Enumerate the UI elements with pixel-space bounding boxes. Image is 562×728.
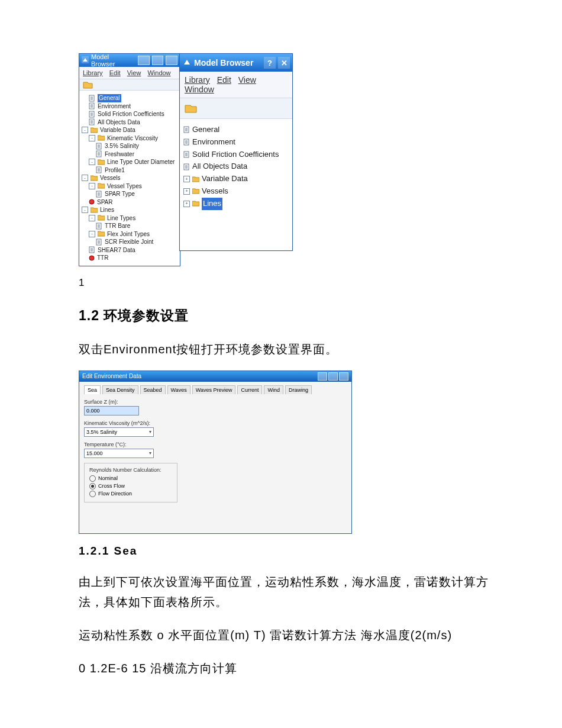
menu-library[interactable]: Library (185, 75, 210, 85)
tree-item[interactable]: SPAR (82, 198, 177, 207)
expand-toggle[interactable]: - (89, 215, 95, 221)
tree-view[interactable]: GeneralEnvironmentSolid Friction Coeffic… (180, 119, 292, 215)
tab-waves[interactable]: Waves (167, 385, 190, 394)
tree-item[interactable]: All Objects Data (82, 118, 177, 127)
tree-item[interactable]: Freshwater (82, 150, 177, 159)
chevron-down-icon: ▾ (149, 429, 151, 434)
tree-item[interactable]: SHEAR7 Data (82, 246, 177, 255)
expand-toggle[interactable]: + (183, 188, 190, 195)
tree-item[interactable]: 3.5% Salinity (82, 142, 177, 150)
model-browser-window-expanded: Model Browser ? ✕ Library Edit View Wind… (179, 53, 293, 251)
folder-icon (192, 188, 199, 194)
tree-item-label: Vessels (202, 185, 228, 198)
expand-toggle[interactable]: - (82, 175, 88, 181)
document-icon (96, 150, 102, 157)
tab-drawing[interactable]: Drawing (285, 385, 312, 394)
window-close-button[interactable] (166, 56, 177, 65)
expand-toggle[interactable]: - (82, 207, 88, 213)
tree-item[interactable]: Solid Friction Coefficients (82, 110, 177, 118)
window-max-button[interactable] (152, 56, 164, 65)
radio-cross-flow[interactable]: Cross Flow (89, 483, 172, 489)
tab-waves-preview[interactable]: Waves Preview (192, 385, 236, 394)
menu-view[interactable]: View (238, 75, 256, 85)
window-min-button[interactable] (138, 56, 150, 65)
tree-item[interactable]: -Lines (82, 206, 177, 214)
tree-item[interactable]: -Line Types (82, 214, 177, 223)
tree-view[interactable]: GeneralEnvironmentSolid Friction Coeffic… (79, 91, 180, 266)
tree-item-label: General (192, 124, 219, 136)
tree-item[interactable]: +Variable Data (183, 173, 289, 185)
window-max-button[interactable] (328, 372, 338, 381)
tree-item[interactable]: -Flex Joint Types (82, 230, 177, 239)
window-close-button[interactable] (339, 372, 348, 381)
tree-item[interactable]: +Vessels (183, 185, 289, 198)
tree-item[interactable]: SPAR Type (82, 190, 177, 198)
tree-item[interactable]: Environment (82, 102, 177, 111)
tree-item-label: Variable Data (202, 173, 248, 185)
window-close-button[interactable]: ✕ (278, 57, 290, 69)
tab-sea-density[interactable]: Sea Density (102, 385, 138, 394)
tree-item[interactable]: TTR (82, 254, 177, 262)
tree-item[interactable]: SCR Flexible Joint (82, 238, 177, 246)
tree-item[interactable]: Profile1 (82, 166, 177, 175)
tree-item[interactable]: Environment (183, 136, 289, 149)
help-button[interactable]: ? (264, 57, 276, 69)
temperature-input[interactable]: 15.000▾ (84, 449, 154, 458)
tree-item[interactable]: -Vessel Types (82, 182, 177, 191)
tree-item[interactable]: All Objects Data (183, 160, 289, 173)
window-titlebar[interactable]: Edit Environment Data (79, 371, 351, 382)
tab-wind[interactable]: Wind (264, 385, 283, 394)
window-titlebar[interactable]: Model Browser (79, 54, 180, 67)
menu-view[interactable]: View (127, 69, 141, 76)
paragraph-table-header: 运动粘性系数 o 水平面位置(m) T) 雷诺数计算方法 海水温度(2(m/s) (79, 625, 494, 645)
menu-library[interactable]: Library (83, 69, 103, 76)
menu-edit[interactable]: Edit (109, 69, 121, 76)
expand-toggle[interactable]: - (89, 159, 95, 165)
document-icon (89, 95, 95, 102)
tree-item[interactable]: Solid Friction Coefficients (183, 149, 289, 161)
menu-window[interactable]: Window (147, 69, 170, 76)
expand-toggle[interactable]: + (183, 176, 190, 182)
expand-toggle[interactable]: - (89, 231, 95, 237)
tree-item-label: Solid Friction Coefficients (98, 110, 164, 118)
tree-item-label: TTR (97, 254, 108, 262)
window-titlebar[interactable]: Model Browser ? ✕ (180, 54, 292, 72)
radio-flow-direction[interactable]: Flow Direction (89, 491, 172, 497)
expand-toggle[interactable]: - (82, 127, 88, 133)
window-title: Model Browser (91, 53, 133, 67)
paragraph-table-row: 0 1.2E-6 15 沿横流方向计算 (79, 658, 494, 678)
expand-toggle[interactable]: - (89, 183, 95, 189)
tab-sea[interactable]: Sea (84, 385, 101, 394)
tree-item[interactable]: General (183, 124, 289, 136)
folder-icon (192, 201, 199, 207)
tree-item[interactable]: +Lines (183, 198, 289, 210)
viscosity-select[interactable]: 3.5% Salinity▾ (84, 427, 154, 437)
tree-item[interactable]: TTR Bare (82, 222, 177, 230)
menu-bar: Library Edit View Window (180, 72, 292, 98)
window-min-button[interactable] (318, 372, 327, 381)
document-icon (96, 191, 102, 198)
surface-z-input[interactable]: 0.000 (84, 406, 139, 415)
svg-point-46 (89, 256, 94, 260)
tree-item-label: Variable Data (100, 126, 135, 134)
document-icon (183, 138, 190, 146)
document-icon (89, 118, 95, 125)
tree-item[interactable]: -Kinematic Viscosity (82, 134, 177, 143)
temperature-label: Temperature (°C): (84, 442, 347, 447)
open-icon[interactable] (185, 103, 288, 114)
figure-caption: 1 (79, 277, 494, 289)
tree-item[interactable]: -Vessels (82, 174, 177, 182)
menu-edit[interactable]: Edit (217, 75, 231, 85)
tab-bar: Sea Sea Density Seabed Waves Waves Previ… (84, 385, 347, 394)
tree-item-label: 3.5% Salinity (105, 142, 139, 150)
tab-current[interactable]: Current (237, 385, 262, 394)
radio-nominal[interactable]: Nominal (89, 475, 172, 482)
expand-toggle[interactable]: + (183, 201, 190, 207)
expand-toggle[interactable]: - (89, 135, 95, 141)
menu-window[interactable]: Window (185, 85, 214, 94)
tree-item[interactable]: -Line Type Outer Diameter (82, 158, 177, 166)
tree-item[interactable]: General (82, 94, 177, 102)
open-icon[interactable] (83, 80, 176, 89)
tree-item[interactable]: -Variable Data (82, 126, 177, 134)
tab-seabed[interactable]: Seabed (140, 385, 166, 394)
